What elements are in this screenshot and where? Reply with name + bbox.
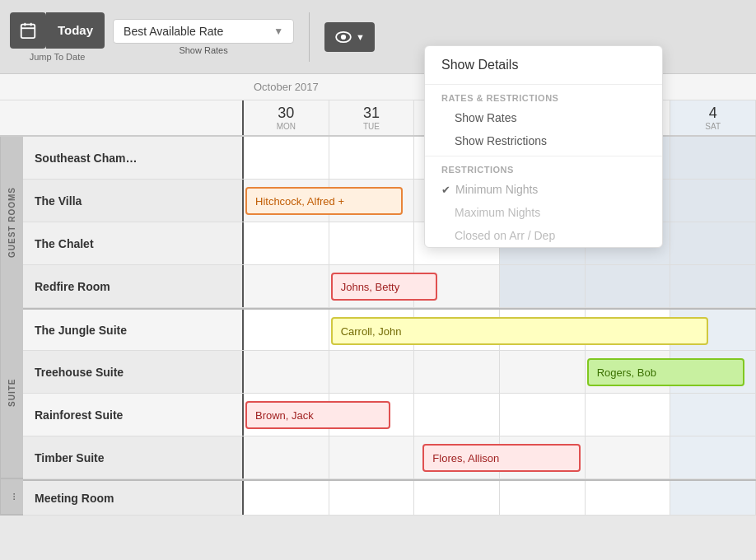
day-cell [670,180,756,222]
booking-johns[interactable]: Johns, Betty [331,273,437,301]
suite-rows: The Jungle Suite Carroll, John [23,308,756,479]
day-4: 4 SAT [670,100,756,135]
toolbar-divider [309,12,310,62]
show-restrictions-item[interactable]: Show Restrictions [425,129,662,152]
show-details-item[interactable]: Show Details [425,46,662,85]
show-rates-item[interactable]: Show Rates [425,106,662,129]
guest-rooms-label: GUEST ROOMS [0,137,23,308]
table-row: Timber Suite Flores, Allison [23,436,756,479]
today-button[interactable]: Today [46,12,105,49]
day-cell [329,222,415,264]
suite-section: SUITE The Jungle Suite Carroll, John [0,308,756,479]
day-cells-timber: Flores, Allison [244,436,756,478]
dropdown-arrow-icon: ▼ [273,26,283,37]
events-rows: Meeting Room [23,479,756,516]
day-cell: Carroll, John [329,310,415,350]
day-cells-meeting [244,481,756,515]
day-cell [244,481,329,515]
day-cell [670,222,756,264]
day-30: 30 MON [244,100,329,135]
closed-arr-dep-item[interactable]: Closed on Arr / Dep [425,224,662,247]
table-row: The Jungle Suite Carroll, John [23,308,756,351]
day-cell [586,265,671,307]
booking-rogers[interactable]: Rogers, Bob [587,358,744,386]
eye-dropdown-chevron: ▼ [356,32,365,42]
booking-brown[interactable]: Brown, Jack [245,401,390,429]
events-section: … Meeting Room [0,479,756,516]
day-cell [586,394,671,436]
day-cell: Brown, Jack [244,394,329,436]
day-cell [414,394,500,436]
day-cell [670,137,756,179]
svg-rect-0 [21,24,35,37]
day-num-30: 30 [278,105,294,122]
calendar-icon-button[interactable] [10,12,46,49]
day-cells-rainforest: Brown, Jack [244,394,756,436]
rates-restrictions-section-label: RATES & RESTRICTIONS [425,85,662,106]
day-header-spacer [0,100,244,135]
day-num-4: 4 [709,105,717,122]
day-cell [244,351,329,393]
room-name-timber: Timber Suite [23,436,244,478]
day-cell [670,394,756,436]
day-cell [244,222,329,264]
day-cell: Flores, Allison [414,436,500,478]
day-cell [244,137,329,179]
day-cell [586,481,671,515]
room-name-southeast: Southeast Cham… [23,137,244,179]
room-name-chalet: The Chalet [23,222,244,264]
table-row: Treehouse Suite Rogers, Bob [23,351,756,394]
suite-label: SUITE [0,308,23,479]
day-cell [414,351,500,393]
table-row: Rainforest Suite Brown, Jack [23,394,756,436]
day-cell [500,481,586,515]
booking-flores[interactable]: Flores, Allison [422,444,580,472]
booking-carroll[interactable]: Carroll, John [331,317,708,345]
room-name-villa: The Villa [23,180,244,222]
day-cell [670,481,756,515]
today-button-group: Today Jump To Date [10,12,105,62]
room-name-jungle: The Jungle Suite [23,310,244,350]
day-cell [670,265,756,307]
rate-dropdown-value: Best Available Rate [124,25,223,38]
events-label: … [0,479,23,516]
day-cell [329,481,415,515]
room-name-redfire: Redfire Room [23,265,244,307]
rate-dropdown[interactable]: Best Available Rate ▼ [113,19,294,44]
day-cell [670,436,756,478]
eye-view-button[interactable]: ▼ [324,22,375,52]
day-cell [244,265,329,307]
room-name-meeting: Meeting Room [23,481,244,515]
dropdown-menu: Show Details RATES & RESTRICTIONS Show R… [424,45,663,248]
booking-hitchcock[interactable]: Hitchcock, Alfred + [245,187,403,215]
day-name-30: MON [277,122,296,131]
max-nights-item[interactable]: Maximum Nights [425,201,662,224]
day-num-31: 31 [363,105,380,122]
day-cell [586,436,671,478]
day-cell [329,436,415,478]
day-cells-treehouse: Rogers, Bob [244,351,756,393]
day-cell [329,137,415,179]
day-cells-redfire: Johns, Betty [244,265,756,307]
day-cell [500,351,586,393]
restrictions-section-label: RESTRICTIONS [425,156,662,178]
day-cell [414,481,500,515]
jump-to-date-label: Jump To Date [30,52,86,62]
day-cell: Rogers, Bob [586,351,671,393]
table-row: Meeting Room [23,479,756,516]
day-31: 31 TUE [329,100,415,135]
checkmark-icon: ✔ [441,184,450,196]
day-cell [244,310,329,350]
table-row: Redfire Room Johns, Betty [23,265,756,308]
rate-selector: Best Available Rate ▼ Show Rates [113,19,294,55]
room-name-rainforest: Rainforest Suite [23,394,244,436]
day-name-4: SAT [705,122,721,131]
day-cell: Hitchcock, Alfred + [244,180,329,222]
day-name-31: TUE [363,122,380,131]
rate-sublabel: Show Rates [179,45,227,55]
day-cell [244,436,329,478]
day-cell: Johns, Betty [329,265,415,307]
min-nights-item[interactable]: ✔ Minimum Nights [425,178,662,201]
day-cell [329,351,415,393]
day-cell [500,265,586,307]
